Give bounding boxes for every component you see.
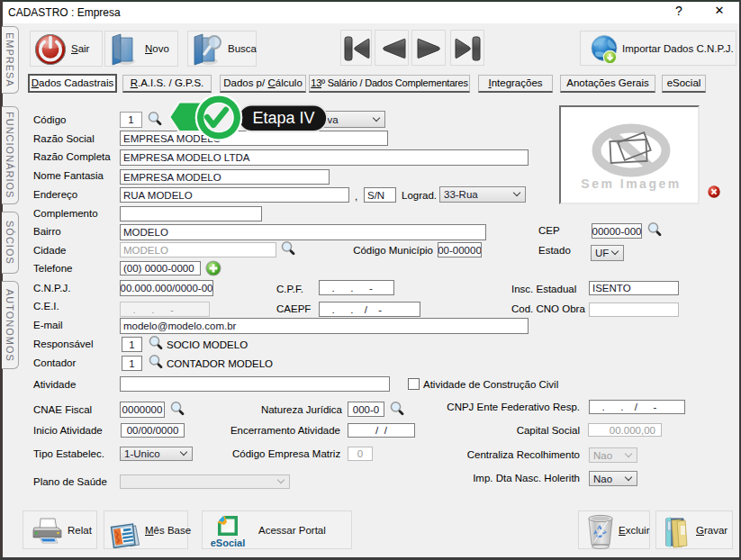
svg-text:Sem Imagem: Sem Imagem [581, 176, 681, 191]
svg-text:Etapa IV: Etapa IV [252, 109, 314, 127]
